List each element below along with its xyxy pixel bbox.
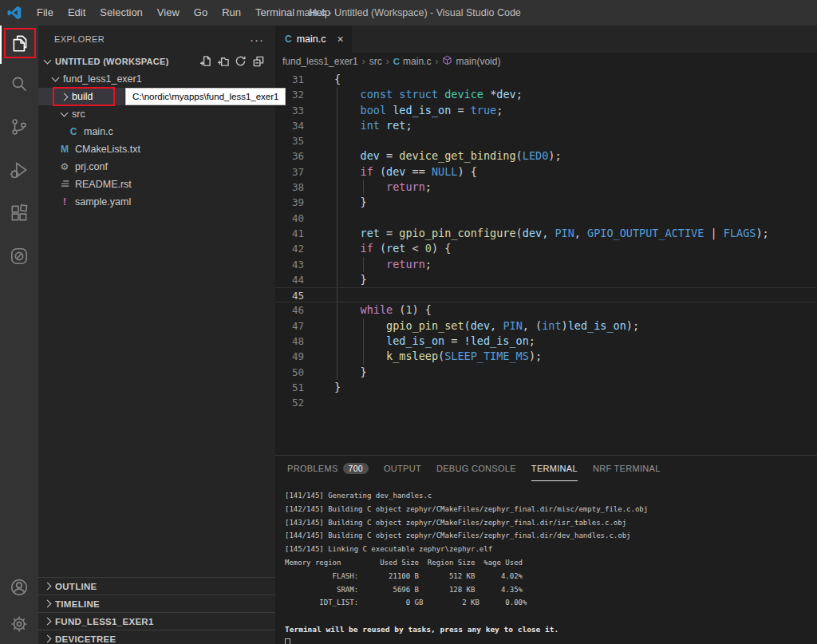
activity-source-control-button[interactable] (0, 107, 38, 150)
code-line-35[interactable]: 35 (275, 133, 817, 148)
search-icon (9, 73, 30, 97)
sidebar-section-devicetree[interactable]: DEVICETREE (38, 630, 275, 644)
activity-nrf-connect-button[interactable] (0, 236, 38, 279)
code-line-49[interactable]: 49 k_msleep(SLEEP_TIME_MS); (275, 349, 817, 364)
activity-bar (0, 26, 38, 644)
breadcrumb-item[interactable]: src (369, 56, 382, 67)
menu-run[interactable]: Run (215, 0, 248, 26)
more-actions-icon[interactable]: ··· (250, 33, 264, 46)
code-line-37[interactable]: 37 if (dev == NULL) { (275, 164, 817, 180)
tree-item-sample-yaml[interactable]: !sample.yaml (38, 193, 275, 211)
workspace-section-actions (199, 55, 264, 69)
activity-run-and-debug-button[interactable] (0, 150, 38, 193)
panel-tab-bar: PROBLEMS700OUTPUTDEBUG CONSOLETERMINALNR… (275, 456, 817, 481)
explorer-sidebar: EXPLORER ··· UNTITLED (WORKSPACE) fund_l… (38, 26, 275, 644)
yaml-file-icon: ! (58, 196, 71, 207)
activity-extensions-button[interactable] (0, 193, 38, 236)
tree-item-src[interactable]: src (38, 105, 275, 123)
activity-account-button[interactable] (0, 571, 38, 607)
line-number: 34 (275, 118, 304, 133)
vscode-window: FileEditSelectionViewGoRunTerminalHelp m… (0, 0, 817, 644)
code-text: while (1) { (334, 302, 432, 318)
conf-file-icon: ⚙ (58, 161, 71, 172)
code-text: } (334, 365, 367, 380)
menu-bar: FileEditSelectionViewGoRunTerminalHelp (30, 0, 337, 26)
panel-tab-terminal[interactable]: TERMINAL (531, 456, 578, 481)
run-debug-icon (9, 160, 30, 184)
collapse-all-icon[interactable] (252, 55, 264, 69)
panel-tab-label: PROBLEMS (287, 464, 338, 473)
breadcrumb-item[interactable]: Cmain.c (393, 56, 432, 67)
code-line-42[interactable]: 42 if (ret < 0) { (275, 241, 817, 256)
new-file-icon[interactable] (199, 55, 211, 69)
tree-item-main-c[interactable]: Cmain.c (38, 123, 275, 140)
breadcrumb-separator: › (362, 56, 365, 67)
line-number: 43 (275, 257, 304, 272)
breadcrumb-item[interactable]: main(void) (442, 55, 500, 68)
line-number: 41 (275, 226, 304, 241)
code-editor[interactable]: 31{32 const struct device *dev;33 bool l… (275, 70, 817, 455)
code-line-39[interactable]: 39 } (275, 195, 817, 210)
code-line-48[interactable]: 48 led_is_on = !led_is_on; (275, 334, 817, 349)
code-text: bool led_is_on = true; (334, 103, 503, 118)
menu-view[interactable]: View (150, 0, 187, 26)
tab-main-c[interactable]: C main.c × (275, 26, 353, 53)
tree-item-prj-conf[interactable]: ⚙prj.conf (38, 158, 275, 176)
refresh-icon[interactable] (235, 55, 247, 69)
terminal-cursor (285, 638, 290, 644)
code-text: if (dev == NULL) { (334, 164, 477, 180)
code-line-36[interactable]: 36 dev = device_get_binding(LED0); (275, 148, 817, 164)
menu-help[interactable]: Help (302, 0, 337, 26)
code-line-40[interactable]: 40 (275, 211, 817, 226)
activity-explorer-button[interactable] (0, 26, 38, 64)
menu-selection[interactable]: Selection (93, 0, 149, 26)
menu-go[interactable]: Go (187, 0, 215, 26)
sidebar-section-timeline[interactable]: TIMELINE (38, 595, 275, 612)
tree-item-fund-less1-exer1[interactable]: fund_less1_exer1 (38, 70, 275, 88)
terminal-line (285, 610, 817, 623)
workspace-section-header[interactable]: UNTITLED (WORKSPACE) (38, 53, 275, 70)
code-line-41[interactable]: 41 ret = gpio_pin_configure(dev, PIN, GP… (275, 226, 817, 241)
activity-search-button[interactable] (0, 64, 38, 107)
code-line-32[interactable]: 32 const struct device *dev; (275, 87, 817, 102)
sidebar-section-outline[interactable]: OUTLINE (38, 577, 275, 595)
code-line-52[interactable]: 52 (275, 395, 817, 410)
code-line-46[interactable]: 46 while (1) { (275, 302, 817, 318)
code-line-38[interactable]: 38 return; (275, 180, 817, 195)
sidebar-section-fund_less1_exer1[interactable]: FUND_LESS1_EXER1 (38, 612, 275, 630)
code-line-33[interactable]: 33 bool led_is_on = true; (275, 103, 817, 118)
close-icon[interactable]: × (337, 33, 344, 45)
code-line-31[interactable]: 31{ (275, 72, 817, 87)
code-line-43[interactable]: 43 return; (275, 257, 817, 272)
code-line-47[interactable]: 47 gpio_pin_set(dev, PIN, (int)led_is_on… (275, 318, 817, 334)
terminal-line: [142/145] Building C object zephyr/CMake… (285, 503, 817, 516)
code-line-44[interactable]: 44 } (275, 272, 817, 287)
code-line-34[interactable]: 34 int ret; (275, 118, 817, 133)
tree-item-readme-rst[interactable]: README.rst (38, 176, 275, 193)
panel-tab-problems[interactable]: PROBLEMS700 (287, 456, 369, 481)
panel-tab-nrf-terminal[interactable]: NRF TERMINAL (593, 456, 661, 481)
panel-tab-debug-console[interactable]: DEBUG CONSOLE (436, 456, 516, 481)
c-file-icon: C (67, 126, 80, 137)
line-number: 50 (275, 365, 304, 380)
menu-terminal[interactable]: Terminal (248, 0, 302, 26)
chevron-right-icon (61, 93, 69, 101)
tree-item-cmakelists-txt[interactable]: MCMakeLists.txt (38, 140, 275, 158)
terminal-line: [143/145] Building C object zephyr/CMake… (285, 516, 817, 530)
menu-file[interactable]: File (30, 0, 61, 26)
code-line-51[interactable]: 51} (275, 380, 817, 395)
code-text: if (ret < 0) { (334, 241, 451, 256)
code-line-50[interactable]: 50 } (275, 365, 817, 380)
breadcrumb-item[interactable]: fund_less1_exer1 (282, 56, 358, 67)
terminal-output[interactable]: [141/145] Generating dev_handles.c[142/1… (275, 481, 817, 644)
menu-edit[interactable]: Edit (61, 0, 93, 26)
panel-tab-output[interactable]: OUTPUT (384, 456, 421, 481)
activity-settings-button[interactable] (0, 607, 38, 644)
new-folder-icon[interactable] (217, 55, 229, 69)
line-number: 52 (275, 395, 304, 410)
breadcrumb-label: main.c (403, 56, 431, 67)
code-line-45[interactable]: 45 (275, 287, 817, 302)
code-text: led_is_on = !led_is_on; (334, 334, 535, 349)
gear-icon (9, 614, 30, 638)
tree-item-label: prj.conf (75, 161, 108, 172)
